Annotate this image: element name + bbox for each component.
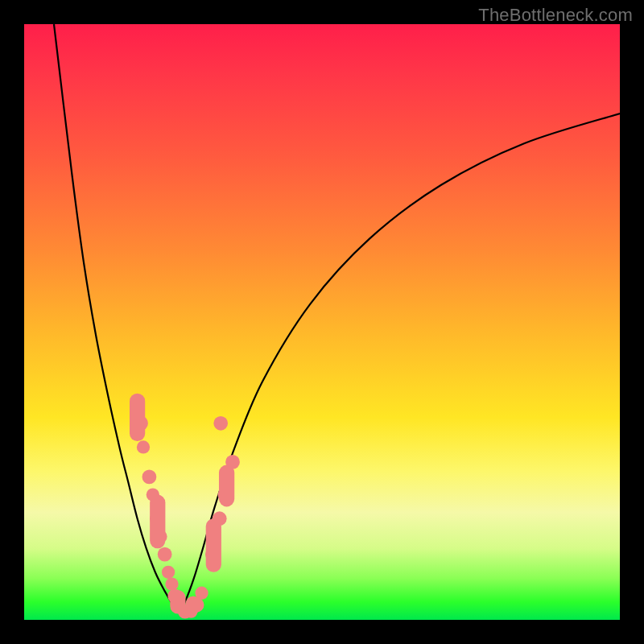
marker-dot bbox=[133, 415, 148, 431]
chart-svg bbox=[24, 24, 620, 620]
marker-dots bbox=[133, 415, 240, 618]
marker-dot bbox=[147, 488, 159, 501]
marker-dot bbox=[162, 566, 175, 579]
marker-dot bbox=[213, 511, 227, 526]
marker-dot bbox=[190, 598, 204, 613]
chart-plot-area bbox=[24, 24, 620, 620]
curve-right-branch bbox=[179, 114, 620, 613]
marker-dot bbox=[218, 488, 231, 501]
marker-dot bbox=[205, 547, 218, 560]
chart-frame: TheBottleneck.com bbox=[0, 0, 644, 644]
marker-dot bbox=[213, 416, 228, 431]
marker-dot bbox=[137, 440, 150, 453]
marker-dot bbox=[142, 470, 157, 485]
marker-dot bbox=[225, 455, 240, 469]
marker-dot bbox=[158, 547, 172, 562]
bottleneck-curve bbox=[54, 24, 620, 613]
watermark-text: TheBottleneck.com bbox=[478, 5, 633, 26]
marker-dot bbox=[154, 530, 167, 543]
marker-pill bbox=[206, 518, 221, 572]
marker-dot bbox=[150, 511, 164, 526]
marker-dot bbox=[165, 577, 178, 590]
marker-dot bbox=[195, 587, 208, 600]
